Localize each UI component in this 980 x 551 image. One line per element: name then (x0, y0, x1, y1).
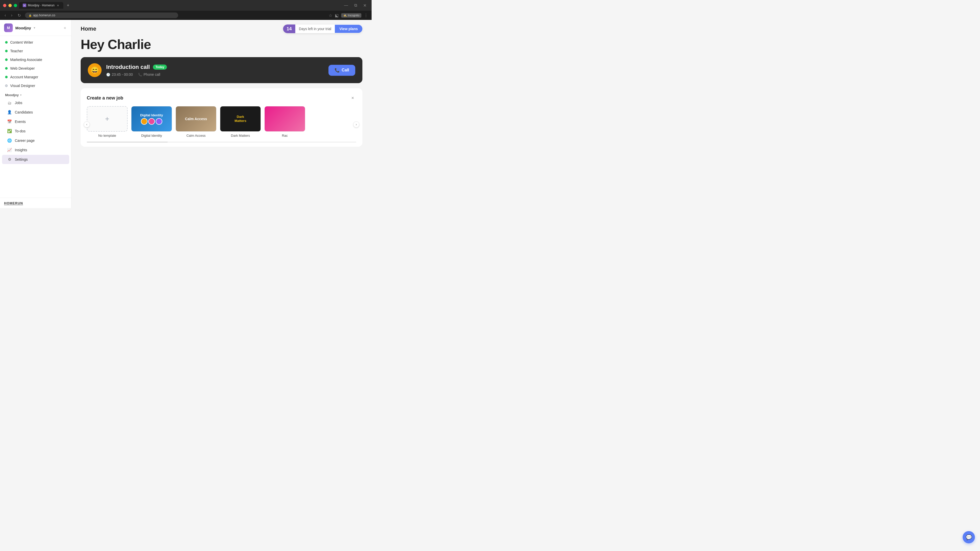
job-label: Account Manager (10, 75, 38, 79)
sidebar: M Moodjoy ▾ « Content Writer Teacher Mar… (0, 20, 72, 208)
company-logo: M (4, 24, 13, 32)
sidebar-item-events[interactable]: 📅 Events (2, 117, 69, 126)
job-label: Teacher (10, 49, 23, 53)
intro-call-card: 😄 Introduction call Today 🕐 23:45 - 00:0… (81, 57, 363, 83)
address-input-container[interactable]: 🔒 app.homerun.co (25, 13, 178, 18)
insights-icon: 📈 (7, 148, 12, 152)
nav-label-insights: Insights (15, 148, 27, 152)
sidebar-item-content-writer[interactable]: Content Writer (0, 38, 71, 47)
active-dot-icon (5, 76, 8, 78)
inactive-dot-icon (5, 84, 8, 87)
templates-scroll-right[interactable]: › (353, 121, 360, 127)
todos-icon: ✅ (7, 129, 12, 133)
section-title-text: Moodjoy (5, 93, 19, 97)
close-btn[interactable]: ✕ (361, 3, 369, 8)
template-no-template[interactable]: + No template (87, 106, 127, 138)
window-controls (3, 4, 17, 7)
back-button[interactable]: ‹ (3, 13, 7, 18)
template-calm-access[interactable]: Calm Access Calm Access (176, 106, 216, 138)
call-button[interactable]: 📞 Call (328, 65, 355, 76)
template-thumb-calm-access: Calm Access (176, 106, 216, 132)
career-page-icon: 🌐 (7, 138, 12, 143)
templates-scroll-left[interactable]: ‹ (84, 121, 90, 127)
intro-details: 🕐 23:45 - 00:00 📞 Phone call (106, 73, 324, 76)
sidebar-item-account-manager[interactable]: Account Manager (0, 73, 71, 81)
close-create-job-button[interactable]: × (349, 94, 356, 102)
new-tab-button[interactable]: + (65, 2, 72, 9)
sidebar-item-career-page[interactable]: 🌐 Career page (2, 136, 69, 145)
template-digital-identity[interactable]: Digital Identity Digital Identity (131, 106, 172, 138)
job-label: Content Writer (10, 40, 33, 44)
hero-name: Hey Charlie (81, 37, 363, 52)
template-thumb-rac (264, 106, 305, 132)
sidebar-item-todos[interactable]: ✅ To-dos (2, 127, 69, 136)
app-layout: M Moodjoy ▾ « Content Writer Teacher Mar… (0, 20, 372, 208)
template-label-rac: Rac (264, 134, 305, 138)
minimize-window-button[interactable] (8, 4, 12, 7)
company-name: Moodjoy (15, 26, 31, 30)
trial-text: Days left in your trial (295, 25, 335, 33)
browser-chrome: M Moodjoy · Homerun ✕ + — ⧉ ✕ (0, 0, 372, 11)
sidebar-toggle-icon[interactable]: ⬕ (335, 13, 339, 18)
restore-btn[interactable]: ⧉ (352, 3, 359, 8)
maximize-window-button[interactable] (14, 4, 17, 7)
star-icon[interactable]: ☆ (329, 13, 332, 18)
calm-access-content: Calm Access (183, 114, 209, 123)
digital-identity-overlay: Digital Identity (131, 106, 172, 131)
sidebar-footer: HOMERUN (0, 198, 71, 208)
sidebar-item-visual-designer[interactable]: Visual Designer (0, 81, 71, 90)
browser-window-controls: — ⧉ ✕ (342, 3, 369, 8)
sidebar-collapse-button[interactable]: « (63, 24, 67, 31)
active-tab[interactable]: M Moodjoy · Homerun ✕ (19, 2, 63, 9)
di-faces (141, 118, 162, 125)
incognito-label: Incognito (348, 14, 360, 17)
nav-label-events: Events (15, 120, 26, 124)
sidebar-item-web-developer[interactable]: Web Developer (0, 64, 71, 73)
intro-time: 🕐 23:45 - 00:00 (106, 73, 133, 76)
main-content: Home 14 Days left in your trial View pla… (72, 20, 372, 208)
page-title: Home (81, 25, 96, 32)
close-window-button[interactable] (3, 4, 6, 7)
incognito-icon: 🕵 (343, 14, 347, 17)
job-label: Web Developer (10, 66, 35, 70)
sidebar-item-teacher[interactable]: Teacher (0, 47, 71, 56)
nav-label-settings: Settings (15, 157, 28, 162)
sidebar-item-candidates[interactable]: 👤 Candidates (2, 108, 69, 117)
tab-title: Moodjoy · Homerun (28, 3, 55, 7)
templates-row: + No template Digital Identity (87, 106, 356, 140)
templates-container: + No template Digital Identity (87, 106, 356, 143)
tab-close-button[interactable]: ✕ (56, 3, 60, 7)
more-options-icon[interactable]: ⋮ (364, 13, 368, 18)
plus-icon: + (105, 115, 109, 123)
events-icon: 📅 (7, 119, 12, 124)
sidebar-section-title[interactable]: Moodjoy ▾ (5, 93, 66, 97)
main-header: Home 14 Days left in your trial View pla… (72, 20, 372, 37)
sidebar-item-settings[interactable]: ⚙ Settings (2, 155, 69, 164)
trial-badge: 14 Days left in your trial View plans (283, 24, 363, 33)
company-dropdown-icon[interactable]: ▾ (34, 26, 35, 30)
clock-icon: 🕐 (106, 73, 110, 76)
address-bar: ‹ › ↻ 🔒 app.homerun.co ☆ ⬕ 🕵 Incognito ⋮ (0, 11, 372, 20)
sidebar-item-insights[interactable]: 📈 Insights (2, 145, 69, 155)
nav-label-candidates: Candidates (15, 110, 33, 114)
sidebar-item-marketing-associate[interactable]: Marketing Associate (0, 56, 71, 64)
nav-label-todos: To-dos (15, 129, 25, 133)
nav-label-jobs: Jobs (15, 101, 22, 105)
dark-matters-content: DarkMatters (232, 113, 248, 125)
settings-icon: ⚙ (7, 157, 12, 162)
sidebar-item-jobs[interactable]: 🗂 Jobs (2, 98, 69, 107)
minimize-btn[interactable]: — (342, 3, 350, 8)
forward-button[interactable]: › (10, 13, 13, 18)
chevron-down-icon: ▾ (20, 94, 21, 97)
template-dark-matters[interactable]: DarkMatters Dark Matters (220, 106, 261, 138)
active-dot-icon (5, 67, 8, 70)
tab-bar: M Moodjoy · Homerun ✕ + (19, 2, 340, 9)
intro-info: Introduction call Today 🕐 23:45 - 00:00 … (106, 64, 324, 76)
reload-button[interactable]: ↻ (17, 13, 22, 18)
template-rac[interactable]: Rac (264, 106, 305, 138)
nav-label-career-page: Career page (15, 138, 35, 143)
template-thumb-no-template: + (87, 106, 127, 132)
avatar-emoji: 😄 (90, 66, 99, 75)
company-info[interactable]: M Moodjoy ▾ (4, 24, 35, 32)
view-plans-button[interactable]: View plans (335, 25, 363, 33)
